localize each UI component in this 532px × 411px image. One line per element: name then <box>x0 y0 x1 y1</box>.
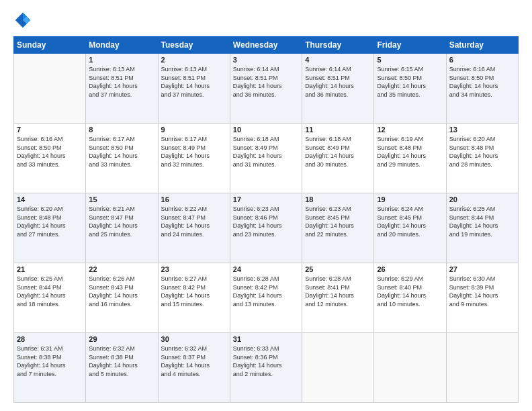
day-cell-30: 30Sunrise: 6:32 AM Sunset: 8:37 PM Dayli… <box>158 333 230 403</box>
day-number: 23 <box>161 265 227 273</box>
day-number: 11 <box>305 126 371 134</box>
day-cell-1: 1Sunrise: 6:13 AM Sunset: 8:51 PM Daylig… <box>86 54 158 124</box>
day-cell-24: 24Sunrise: 6:28 AM Sunset: 8:42 PM Dayli… <box>230 263 302 333</box>
weekday-sunday: Sunday <box>14 37 86 54</box>
day-info: Sunrise: 6:31 AM Sunset: 8:38 PM Dayligh… <box>17 345 83 378</box>
day-number: 7 <box>17 126 83 134</box>
day-number: 5 <box>377 56 443 64</box>
day-cell-7: 7Sunrise: 6:16 AM Sunset: 8:50 PM Daylig… <box>14 124 86 193</box>
day-cell-28: 28Sunrise: 6:31 AM Sunset: 8:38 PM Dayli… <box>14 333 86 403</box>
day-number: 22 <box>89 265 154 273</box>
day-cell-6: 6Sunrise: 6:16 AM Sunset: 8:50 PM Daylig… <box>446 54 518 124</box>
day-number: 25 <box>305 265 371 273</box>
weekday-header-row: SundayMondayTuesdayWednesdayThursdayFrid… <box>14 37 519 54</box>
day-cell-20: 20Sunrise: 6:25 AM Sunset: 8:44 PM Dayli… <box>446 193 518 263</box>
day-info: Sunrise: 6:17 AM Sunset: 8:50 PM Dayligh… <box>89 135 154 169</box>
day-cell-5: 5Sunrise: 6:15 AM Sunset: 8:50 PM Daylig… <box>374 54 446 124</box>
empty-cell <box>374 333 446 403</box>
weekday-thursday: Thursday <box>302 37 374 54</box>
weekday-tuesday: Tuesday <box>158 37 230 54</box>
day-cell-17: 17Sunrise: 6:23 AM Sunset: 8:46 PM Dayli… <box>230 193 302 263</box>
day-info: Sunrise: 6:25 AM Sunset: 8:44 PM Dayligh… <box>449 205 515 238</box>
day-info: Sunrise: 6:14 AM Sunset: 8:51 PM Dayligh… <box>305 65 371 99</box>
day-cell-16: 16Sunrise: 6:22 AM Sunset: 8:47 PM Dayli… <box>158 193 230 263</box>
day-info: Sunrise: 6:13 AM Sunset: 8:51 PM Dayligh… <box>89 65 154 99</box>
day-info: Sunrise: 6:14 AM Sunset: 8:51 PM Dayligh… <box>233 65 299 99</box>
day-number: 3 <box>233 56 299 64</box>
day-number: 30 <box>161 335 227 343</box>
week-row-1: 1Sunrise: 6:13 AM Sunset: 8:51 PM Daylig… <box>14 54 519 124</box>
day-cell-11: 11Sunrise: 6:18 AM Sunset: 8:49 PM Dayli… <box>302 124 374 193</box>
day-number: 8 <box>89 126 154 134</box>
day-cell-29: 29Sunrise: 6:32 AM Sunset: 8:38 PM Dayli… <box>86 333 158 403</box>
day-info: Sunrise: 6:33 AM Sunset: 8:36 PM Dayligh… <box>233 345 299 378</box>
day-cell-4: 4Sunrise: 6:14 AM Sunset: 8:51 PM Daylig… <box>302 54 374 124</box>
logo-icon <box>13 11 32 30</box>
day-cell-19: 19Sunrise: 6:24 AM Sunset: 8:45 PM Dayli… <box>374 193 446 263</box>
day-number: 14 <box>17 195 83 203</box>
day-info: Sunrise: 6:20 AM Sunset: 8:48 PM Dayligh… <box>449 135 515 169</box>
page: SundayMondayTuesdayWednesdayThursdayFrid… <box>0 0 532 411</box>
day-number: 1 <box>89 56 154 64</box>
day-info: Sunrise: 6:15 AM Sunset: 8:50 PM Dayligh… <box>377 65 443 99</box>
day-cell-3: 3Sunrise: 6:14 AM Sunset: 8:51 PM Daylig… <box>230 54 302 124</box>
day-info: Sunrise: 6:16 AM Sunset: 8:50 PM Dayligh… <box>17 135 83 169</box>
day-info: Sunrise: 6:32 AM Sunset: 8:38 PM Dayligh… <box>89 345 154 378</box>
day-cell-12: 12Sunrise: 6:19 AM Sunset: 8:48 PM Dayli… <box>374 124 446 193</box>
day-info: Sunrise: 6:27 AM Sunset: 8:42 PM Dayligh… <box>161 275 227 308</box>
calendar: SundayMondayTuesdayWednesdayThursdayFrid… <box>13 36 519 403</box>
day-cell-26: 26Sunrise: 6:29 AM Sunset: 8:40 PM Dayli… <box>374 263 446 333</box>
day-cell-10: 10Sunrise: 6:18 AM Sunset: 8:49 PM Dayli… <box>230 124 302 193</box>
day-number: 12 <box>377 126 443 134</box>
day-number: 19 <box>377 195 443 203</box>
day-info: Sunrise: 6:18 AM Sunset: 8:49 PM Dayligh… <box>305 135 371 169</box>
day-number: 20 <box>449 195 515 203</box>
day-info: Sunrise: 6:29 AM Sunset: 8:40 PM Dayligh… <box>377 275 443 308</box>
day-number: 10 <box>233 126 299 134</box>
day-number: 28 <box>17 335 83 343</box>
day-info: Sunrise: 6:23 AM Sunset: 8:46 PM Dayligh… <box>233 205 299 238</box>
week-row-3: 14Sunrise: 6:20 AM Sunset: 8:48 PM Dayli… <box>14 193 519 263</box>
day-number: 9 <box>161 126 227 134</box>
day-cell-22: 22Sunrise: 6:26 AM Sunset: 8:43 PM Dayli… <box>86 263 158 333</box>
header <box>13 11 519 30</box>
day-info: Sunrise: 6:28 AM Sunset: 8:42 PM Dayligh… <box>233 275 299 308</box>
day-cell-25: 25Sunrise: 6:28 AM Sunset: 8:41 PM Dayli… <box>302 263 374 333</box>
weekday-monday: Monday <box>86 37 158 54</box>
day-cell-14: 14Sunrise: 6:20 AM Sunset: 8:48 PM Dayli… <box>14 193 86 263</box>
day-info: Sunrise: 6:17 AM Sunset: 8:49 PM Dayligh… <box>161 135 227 169</box>
day-number: 17 <box>233 195 299 203</box>
day-number: 21 <box>17 265 83 273</box>
day-cell-27: 27Sunrise: 6:30 AM Sunset: 8:39 PM Dayli… <box>446 263 518 333</box>
day-number: 29 <box>89 335 154 343</box>
day-info: Sunrise: 6:21 AM Sunset: 8:47 PM Dayligh… <box>89 205 154 238</box>
weekday-saturday: Saturday <box>446 37 518 54</box>
day-info: Sunrise: 6:23 AM Sunset: 8:45 PM Dayligh… <box>305 205 371 238</box>
day-number: 2 <box>161 56 227 64</box>
weekday-friday: Friday <box>374 37 446 54</box>
day-cell-15: 15Sunrise: 6:21 AM Sunset: 8:47 PM Dayli… <box>86 193 158 263</box>
day-cell-13: 13Sunrise: 6:20 AM Sunset: 8:48 PM Dayli… <box>446 124 518 193</box>
day-number: 18 <box>305 195 371 203</box>
day-number: 31 <box>233 335 299 343</box>
day-info: Sunrise: 6:22 AM Sunset: 8:47 PM Dayligh… <box>161 205 227 238</box>
day-info: Sunrise: 6:13 AM Sunset: 8:51 PM Dayligh… <box>161 65 227 99</box>
day-number: 16 <box>161 195 227 203</box>
week-row-2: 7Sunrise: 6:16 AM Sunset: 8:50 PM Daylig… <box>14 124 519 193</box>
empty-cell <box>446 333 518 403</box>
day-number: 26 <box>377 265 443 273</box>
day-info: Sunrise: 6:26 AM Sunset: 8:43 PM Dayligh… <box>89 275 154 308</box>
logo <box>13 11 34 30</box>
day-cell-21: 21Sunrise: 6:25 AM Sunset: 8:44 PM Dayli… <box>14 263 86 333</box>
day-info: Sunrise: 6:25 AM Sunset: 8:44 PM Dayligh… <box>17 275 83 308</box>
day-cell-31: 31Sunrise: 6:33 AM Sunset: 8:36 PM Dayli… <box>230 333 302 403</box>
day-info: Sunrise: 6:16 AM Sunset: 8:50 PM Dayligh… <box>449 65 515 99</box>
day-number: 6 <box>449 56 515 64</box>
day-number: 4 <box>305 56 371 64</box>
week-row-4: 21Sunrise: 6:25 AM Sunset: 8:44 PM Dayli… <box>14 263 519 333</box>
day-info: Sunrise: 6:20 AM Sunset: 8:48 PM Dayligh… <box>17 205 83 238</box>
day-number: 15 <box>89 195 154 203</box>
day-info: Sunrise: 6:24 AM Sunset: 8:45 PM Dayligh… <box>377 205 443 238</box>
day-info: Sunrise: 6:18 AM Sunset: 8:49 PM Dayligh… <box>233 135 299 169</box>
day-cell-9: 9Sunrise: 6:17 AM Sunset: 8:49 PM Daylig… <box>158 124 230 193</box>
